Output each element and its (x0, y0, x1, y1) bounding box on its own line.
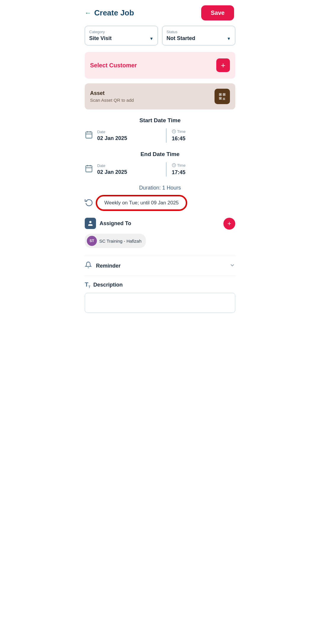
form-content: Category Site Visit ▼ Status Not Started… (80, 26, 240, 318)
assigned-header-left: Assigned To (85, 218, 131, 229)
start-time-value: 16:45 (172, 136, 235, 142)
reminder-label: Reminder (96, 263, 121, 269)
start-time-item[interactable]: Time 16:45 (172, 129, 235, 142)
start-date-item[interactable]: Date 02 Jan 2025 (97, 130, 161, 141)
category-value-row: Site Visit ▼ (89, 35, 153, 42)
start-date-value: 02 Jan 2025 (97, 135, 161, 141)
start-time-label-text: Time (172, 129, 235, 135)
category-arrow-icon: ▼ (149, 36, 153, 41)
reminder-chevron-icon (229, 262, 235, 270)
start-time-label: Time (177, 129, 185, 134)
select-customer-box[interactable]: Select Customer + (85, 52, 235, 79)
svg-point-10 (89, 221, 91, 223)
assigned-chip[interactable]: ST SC Training - Hafizah (85, 234, 146, 248)
end-date-value: 02 Jan 2025 (97, 169, 161, 175)
assigned-person-icon (85, 218, 96, 229)
header-left: ← Create Job (85, 8, 134, 18)
start-date-label: Date (97, 130, 161, 134)
back-button[interactable]: ← (85, 9, 91, 17)
recurrence-pill[interactable]: Weekly on Tue; until 09 Jan 2025 (97, 196, 186, 210)
asset-title: Asset (90, 90, 134, 96)
duration-text: Duration: 1 Hours (85, 185, 235, 191)
recurrence-icon (85, 198, 93, 208)
status-value-row: Not Started ▼ (167, 35, 231, 42)
add-customer-icon: + (221, 61, 225, 69)
end-datetime-row[interactable]: Date 02 Jan 2025 Time 17:45 (85, 162, 235, 176)
datetime-divider (166, 128, 167, 143)
end-datetime-title: End Date Time (85, 151, 235, 158)
assigned-to-section: Assigned To + ST SC Training - Hafizah (85, 218, 235, 248)
asset-box[interactable]: Asset Scan Asset QR to add (85, 83, 235, 109)
qr-icon (218, 92, 226, 101)
category-value: Site Visit (89, 35, 112, 42)
svg-rect-0 (86, 132, 92, 138)
qr-scan-button[interactable] (215, 89, 230, 104)
end-date-item[interactable]: Date 02 Jan 2025 (97, 163, 161, 175)
status-dropdown[interactable]: Status Not Started ▼ (162, 26, 235, 45)
start-datetime-row[interactable]: Date 02 Jan 2025 Time 16:45 (85, 128, 235, 143)
start-datetime-title: Start Date Time (85, 117, 235, 124)
end-datetime-group: Date 02 Jan 2025 Time 17:45 (97, 162, 235, 176)
asset-subtitle: Scan Asset QR to add (90, 98, 134, 103)
reminder-icon (85, 261, 92, 270)
category-dropdown[interactable]: Category Site Visit ▼ (85, 26, 158, 45)
asset-text: Asset Scan Asset QR to add (90, 90, 134, 103)
description-input[interactable] (85, 293, 235, 313)
add-assignee-icon: + (228, 220, 231, 228)
svg-rect-5 (86, 166, 92, 172)
status-value: Not Started (167, 35, 195, 42)
assignee-avatar: ST (87, 236, 97, 246)
end-datetime-divider (166, 162, 167, 176)
assignee-name: SC Training - Hafizah (99, 238, 142, 244)
end-time-value: 17:45 (172, 169, 235, 176)
end-calendar-icon (85, 164, 93, 175)
save-button[interactable]: Save (201, 5, 234, 20)
status-arrow-icon: ▼ (227, 36, 231, 41)
description-label: Description (93, 282, 123, 288)
recurrence-value: Weekly on Tue; until 09 Jan 2025 (104, 200, 179, 206)
recurrence-row[interactable]: Weekly on Tue; until 09 Jan 2025 (85, 196, 235, 210)
assigned-title: Assigned To (100, 220, 131, 227)
category-status-row: Category Site Visit ▼ Status Not Started… (85, 26, 235, 45)
end-time-label-text: Time (172, 163, 235, 168)
end-time-item[interactable]: Time 17:45 (172, 163, 235, 176)
category-label: Category (89, 30, 153, 34)
description-section: TT Description (85, 276, 235, 318)
status-label: Status (167, 30, 231, 34)
description-header: TT Description (85, 281, 235, 289)
page-title: Create Job (94, 8, 134, 18)
add-assignee-button[interactable]: + (223, 218, 235, 230)
end-time-label: Time (177, 163, 185, 168)
description-icon: TT (85, 281, 90, 289)
add-customer-button[interactable]: + (216, 58, 230, 72)
reminder-row[interactable]: Reminder (85, 256, 235, 276)
reminder-left: Reminder (85, 261, 121, 270)
select-customer-text: Select Customer (90, 62, 137, 69)
header: ← Create Job Save (80, 0, 240, 26)
end-date-label: Date (97, 163, 161, 168)
start-datetime-group: Date 02 Jan 2025 Time 16:45 (97, 128, 235, 143)
start-calendar-icon (85, 131, 93, 141)
assigned-header: Assigned To + (85, 218, 235, 230)
